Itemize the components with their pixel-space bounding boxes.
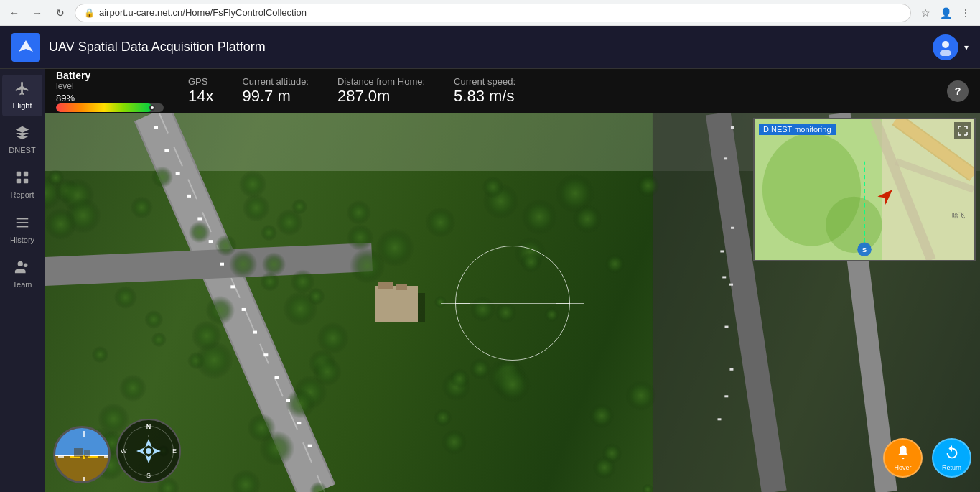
svg-text:S: S: [862, 246, 867, 254]
map-bg: D.NEST monitoring: [755, 119, 974, 260]
return-icon: [944, 445, 960, 464]
battery-percent: 89%: [56, 93, 75, 103]
refresh-button[interactable]: ↻: [52, 4, 69, 22]
profile-button[interactable]: 👤: [937, 4, 954, 22]
report-label: Report: [10, 190, 34, 200]
svg-point-10: [18, 261, 23, 266]
address-bar[interactable]: 🔒 airport.u-care.net.cn/Home/FsFlyContro…: [75, 4, 911, 22]
content-area: Battery level 89% GPS 14x Cur: [45, 69, 980, 492]
lock-icon: 🔒: [84, 8, 95, 18]
battery-bar: [56, 103, 164, 112]
crosshair: [441, 231, 584, 375]
altitude-label: Current altitude:: [242, 76, 309, 87]
compass: N S E W: [116, 419, 181, 483]
compass-ring: N S E W: [116, 419, 181, 483]
svg-rect-5: [17, 179, 21, 183]
url-text: airport.u-care.net.cn/Home/FsFlyControlC…: [99, 7, 307, 18]
account-dropdown[interactable]: ▾: [964, 42, 969, 52]
compass-inner: [123, 426, 174, 476]
video-container: D.NEST monitoring: [45, 113, 980, 492]
svg-marker-31: [136, 447, 145, 455]
battery-indicator: [149, 105, 155, 111]
sidebar-item-dnest[interactable]: DNEST: [2, 119, 42, 161]
svg-marker-29: [145, 439, 152, 447]
svg-point-11: [24, 263, 28, 267]
crosshair-right-tick: [556, 303, 570, 304]
svg-rect-27: [74, 448, 83, 457]
altitude-value: 99.7 m: [242, 87, 290, 106]
sidebar: Flight DNEST: [0, 69, 45, 492]
app-title: UAV Spatial Data Acquisition Platform: [49, 40, 933, 55]
return-button[interactable]: Return: [932, 438, 971, 478]
battery-label: Battery: [56, 70, 90, 81]
battery-fill: [56, 103, 152, 112]
altitude-stat: Current altitude: 99.7 m: [242, 76, 309, 106]
hover-icon: [895, 445, 911, 464]
sidebar-item-flight[interactable]: Flight: [2, 75, 42, 116]
distance-value: 287.0m: [337, 87, 390, 106]
gps-label: GPS: [188, 76, 207, 87]
svg-rect-28: [84, 450, 90, 457]
svg-rect-6: [24, 179, 28, 183]
app-logo: [11, 33, 40, 62]
flight-label: Flight: [13, 101, 32, 111]
svg-point-1: [942, 41, 949, 48]
svg-rect-4: [24, 172, 28, 176]
crosshair-circle: [455, 246, 570, 361]
svg-marker-0: [19, 40, 33, 52]
sidebar-item-history[interactable]: History: [2, 209, 42, 251]
map-overlay: D.NEST monitoring: [753, 118, 976, 261]
attitude-circle: [53, 426, 111, 483]
dnest-icon: [14, 125, 30, 144]
report-icon: [14, 170, 30, 188]
speed-value: 5.83 m/s: [454, 87, 514, 106]
app-header: UAV Spatial Data Acquisition Platform ▾: [0, 26, 980, 69]
menu-button[interactable]: ⋮: [957, 4, 974, 22]
sidebar-item-report[interactable]: Report: [2, 164, 42, 205]
team-label: Team: [13, 280, 32, 289]
flight-icon: [14, 80, 30, 99]
gps-stat: GPS 14x: [188, 76, 213, 106]
battery-sub-label: level: [56, 81, 171, 91]
svg-text:哈飞: 哈飞: [953, 212, 966, 219]
main-layout: Flight DNEST: [0, 69, 980, 492]
speed-label: Current speed:: [454, 76, 515, 87]
return-label: Return: [942, 464, 961, 471]
speed-stat: Current speed: 5.83 m/s: [454, 76, 515, 106]
hover-button[interactable]: Hover: [883, 438, 923, 478]
battery-section: Battery level 89%: [56, 70, 171, 112]
app-container: UAV Spatial Data Acquisition Platform ▾ …: [0, 26, 980, 492]
history-icon: [14, 215, 30, 233]
crosshair-left-tick: [455, 303, 470, 304]
avatar[interactable]: [933, 34, 958, 60]
dnest-label: DNEST: [9, 146, 35, 155]
distance-label: Distance from Home:: [337, 76, 425, 87]
map-svg: S 哈飞: [755, 119, 974, 260]
svg-point-33: [146, 448, 151, 454]
help-button[interactable]: ?: [947, 80, 969, 102]
browser-bar: ← → ↻ 🔒 airport.u-care.net.cn/Home/FsFly…: [0, 0, 980, 26]
svg-marker-32: [152, 447, 161, 455]
distance-stat: Distance from Home: 287.0m: [337, 76, 425, 106]
gps-value: 14x: [188, 87, 213, 106]
map-expand-button[interactable]: [954, 122, 971, 139]
bookmark-button[interactable]: ☆: [917, 4, 934, 22]
svg-point-2: [940, 50, 951, 56]
forward-button[interactable]: →: [29, 4, 46, 22]
sidebar-item-team[interactable]: Team: [2, 254, 42, 295]
attitude-indicator: [53, 426, 111, 483]
svg-point-15: [826, 197, 882, 253]
back-button[interactable]: ←: [6, 4, 23, 22]
svg-rect-3: [17, 172, 21, 176]
history-label: History: [10, 236, 34, 245]
team-icon: [14, 259, 30, 278]
map-label: D.NEST monitoring: [759, 124, 836, 135]
svg-marker-30: [145, 455, 152, 463]
status-bar: Battery level 89% GPS 14x Cur: [45, 69, 980, 113]
hover-label: Hover: [894, 464, 911, 471]
